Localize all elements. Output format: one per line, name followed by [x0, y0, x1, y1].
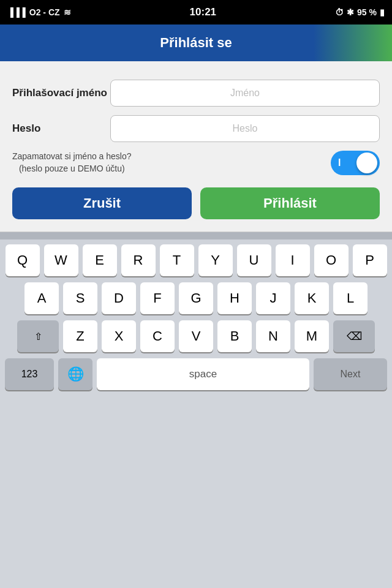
key-s[interactable]: S — [63, 282, 97, 314]
username-input[interactable] — [110, 80, 380, 107]
keyboard: Q W E R T Y U I O P A S D F G H J K L ⇧ … — [0, 239, 392, 390]
remember-text: Zapamatovat si jméno a heslo?(heslo pouz… — [12, 151, 132, 175]
carrier-label: O2 - CZ — [29, 7, 60, 17]
status-right: ⏱ ✱ 95 % ▮ — [335, 7, 385, 17]
key-l[interactable]: L — [333, 282, 368, 314]
password-input[interactable] — [110, 115, 380, 142]
key-f[interactable]: F — [140, 282, 175, 314]
key-r[interactable]: R — [121, 244, 156, 276]
form-area: Přihlašovací jméno Heslo Zapamatovat si … — [0, 61, 392, 232]
keyboard-bottom-row: 123 🌐 space Next — [2, 358, 390, 390]
key-w[interactable]: W — [44, 244, 78, 276]
key-e[interactable]: E — [83, 244, 117, 276]
key-c[interactable]: C — [140, 320, 175, 352]
status-bar: ▐▐▐ O2 - CZ ≋ 10:21 ⏱ ✱ 95 % ▮ — [0, 0, 392, 24]
battery-label: 95 % — [357, 7, 377, 17]
space-key[interactable]: space — [97, 358, 309, 390]
cancel-button[interactable]: Zrušit — [12, 187, 192, 219]
key-p[interactable]: P — [353, 244, 387, 276]
app-title: Přihlásit se — [160, 35, 232, 51]
button-row: Zrušit Přihlásit — [12, 187, 380, 219]
login-button[interactable]: Přihlásit — [200, 187, 380, 219]
key-q[interactable]: Q — [6, 244, 40, 276]
key-x[interactable]: X — [102, 320, 136, 352]
clock-icon: ⏱ — [335, 7, 344, 17]
delete-key[interactable]: ⌫ — [333, 320, 375, 352]
username-label: Přihlašovací jméno — [12, 87, 110, 99]
password-label: Heslo — [12, 123, 110, 135]
key-v[interactable]: V — [179, 320, 213, 352]
key-j[interactable]: J — [256, 282, 290, 314]
key-m[interactable]: M — [295, 320, 329, 352]
shift-key[interactable]: ⇧ — [17, 320, 59, 352]
key-n[interactable]: N — [256, 320, 290, 352]
keyboard-row-2: A S D F G H J K L — [2, 282, 390, 314]
key-o[interactable]: O — [314, 244, 349, 276]
bluetooth-icon: ✱ — [347, 7, 354, 17]
key-i[interactable]: I — [276, 244, 310, 276]
next-key[interactable]: Next — [314, 358, 387, 390]
key-t[interactable]: T — [160, 244, 194, 276]
key-d[interactable]: D — [102, 282, 136, 314]
globe-key[interactable]: 🌐 — [58, 358, 92, 390]
key-k[interactable]: K — [295, 282, 329, 314]
remember-toggle[interactable]: I — [331, 151, 380, 175]
key-h[interactable]: H — [217, 282, 252, 314]
wifi-icon: ≋ — [64, 7, 71, 17]
toggle-knob — [356, 153, 377, 173]
key-z[interactable]: Z — [63, 320, 97, 352]
signal-icon: ▐▐▐ — [7, 7, 26, 17]
keyboard-separator — [0, 232, 392, 239]
key-y[interactable]: Y — [198, 244, 233, 276]
num-key[interactable]: 123 — [5, 358, 54, 390]
battery-icon: ▮ — [380, 7, 385, 17]
username-row: Přihlašovací jméno — [12, 80, 380, 107]
password-row: Heslo — [12, 115, 380, 142]
key-b[interactable]: B — [217, 320, 252, 352]
app-header: Přihlásit se — [0, 24, 392, 61]
remember-row: Zapamatovat si jméno a heslo?(heslo pouz… — [12, 151, 380, 175]
keyboard-row-3: ⇧ Z X C V B N M ⌫ — [2, 320, 390, 352]
keyboard-row-1: Q W E R T Y U I O P — [2, 244, 390, 276]
key-u[interactable]: U — [237, 244, 271, 276]
key-g[interactable]: G — [179, 282, 213, 314]
key-a[interactable]: A — [24, 282, 59, 314]
toggle-on-label: I — [338, 157, 341, 168]
status-time: 10:21 — [190, 6, 216, 18]
status-left: ▐▐▐ O2 - CZ ≋ — [7, 7, 71, 17]
